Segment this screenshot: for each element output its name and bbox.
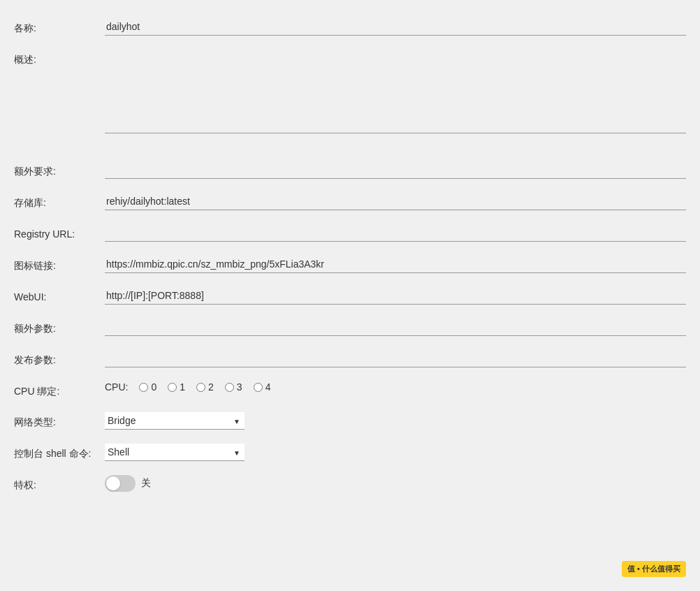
cpu-text: CPU: <box>105 381 128 393</box>
name-input[interactable] <box>105 18 686 36</box>
cpu-radio-label-0: 0 <box>151 381 156 393</box>
privilege-toggle-label: 关 <box>141 477 151 490</box>
network-type-label: 网络类型: <box>14 412 98 429</box>
icon-link-row: 图标链接: <box>14 249 686 280</box>
description-value <box>98 50 686 133</box>
webui-value <box>98 287 686 305</box>
console-shell-select-wrapper: Shell Bash sh ▼ <box>105 444 245 461</box>
webui-label: WebUI: <box>14 287 98 302</box>
webui-input[interactable] <box>105 287 686 305</box>
publish-params-row: 发布参数: <box>14 343 686 374</box>
description-label: 概述: <box>14 50 98 66</box>
cpu-radio-input-4[interactable] <box>254 383 263 392</box>
page-container: 各称: 概述: 额外要求: 存储库: R <box>0 0 700 591</box>
cpu-radio-group: 0 1 2 3 <box>139 381 270 393</box>
cpu-bind-value: CPU: 0 1 2 <box>98 381 686 393</box>
watermark-text: 值 • 什么值得买 <box>627 564 680 573</box>
publish-params-label: 发布参数: <box>14 350 98 367</box>
extra-params-value <box>98 319 686 336</box>
cpu-radio-input-2[interactable] <box>196 383 205 392</box>
extra-requirements-input[interactable] <box>105 161 686 179</box>
name-value <box>98 18 686 36</box>
repository-label: 存储库: <box>14 193 98 210</box>
registry-url-input[interactable] <box>105 224 686 242</box>
description-row: 概述: <box>14 43 686 154</box>
form-container: 各称: 概述: 额外要求: 存储库: R <box>0 11 700 499</box>
cpu-radio-label-4: 4 <box>265 381 271 393</box>
console-shell-select[interactable]: Shell Bash sh <box>105 444 245 461</box>
watermark: 值 • 什么值得买 <box>622 561 686 577</box>
cpu-bind-row: CPU 绑定: CPU: 0 1 <box>14 374 686 405</box>
cpu-radio-3[interactable]: 3 <box>225 381 242 393</box>
extra-requirements-label: 额外要求: <box>14 161 98 178</box>
repository-input[interactable] <box>105 193 686 210</box>
cpu-radio-label-1: 1 <box>180 381 185 393</box>
network-type-select[interactable]: Bridge Host None <box>105 412 245 430</box>
cpu-radio-input-1[interactable] <box>168 383 177 392</box>
cpu-radio-label-3: 3 <box>237 381 242 393</box>
cpu-radio-input-3[interactable] <box>225 383 234 392</box>
cpu-radio-input-0[interactable] <box>139 383 148 392</box>
cpu-radio-label-2: 2 <box>208 381 214 393</box>
cpu-radio-2[interactable]: 2 <box>196 381 214 393</box>
publish-params-value <box>98 350 686 367</box>
extra-requirements-row: 额外要求: <box>14 154 686 186</box>
privilege-toggle-wrapper: 关 <box>105 475 151 492</box>
network-type-row: 网络类型: Bridge Host None ▼ <box>14 405 686 437</box>
cpu-radio-4[interactable]: 4 <box>254 381 271 393</box>
cpu-radio-1[interactable]: 1 <box>168 381 185 393</box>
publish-params-input[interactable] <box>105 350 686 367</box>
extra-params-label: 额外参数: <box>14 319 98 335</box>
registry-url-label: Registry URL: <box>14 224 98 240</box>
name-row: 各称: <box>14 11 686 43</box>
privilege-row: 特权: 关 <box>14 468 686 499</box>
icon-link-label: 图标链接: <box>14 256 98 272</box>
repository-value <box>98 193 686 210</box>
extra-params-input[interactable] <box>105 319 686 336</box>
extra-params-row: 额外参数: <box>14 312 686 343</box>
registry-url-row: Registry URL: <box>14 217 686 249</box>
privilege-value: 关 <box>98 475 686 492</box>
network-type-value: Bridge Host None ▼ <box>98 412 686 430</box>
console-shell-row: 控制台 shell 命令: Shell Bash sh ▼ <box>14 437 686 468</box>
extra-requirements-value <box>98 161 686 179</box>
cpu-radio-0[interactable]: 0 <box>139 381 156 393</box>
privilege-label: 特权: <box>14 475 98 492</box>
repository-row: 存储库: <box>14 186 686 217</box>
name-label: 各称: <box>14 18 98 35</box>
description-textarea[interactable] <box>105 50 686 133</box>
console-shell-label: 控制台 shell 命令: <box>14 444 98 460</box>
cpu-bind-label: CPU 绑定: <box>14 381 98 398</box>
console-shell-value: Shell Bash sh ▼ <box>98 444 686 461</box>
network-type-select-wrapper: Bridge Host None ▼ <box>105 412 245 430</box>
cpu-options: CPU: 0 1 2 <box>105 381 270 393</box>
icon-link-value <box>98 256 686 273</box>
icon-link-input[interactable] <box>105 256 686 273</box>
privilege-toggle[interactable] <box>105 475 136 492</box>
registry-url-value <box>98 224 686 242</box>
toggle-knob <box>106 476 120 490</box>
webui-row: WebUI: <box>14 280 686 312</box>
